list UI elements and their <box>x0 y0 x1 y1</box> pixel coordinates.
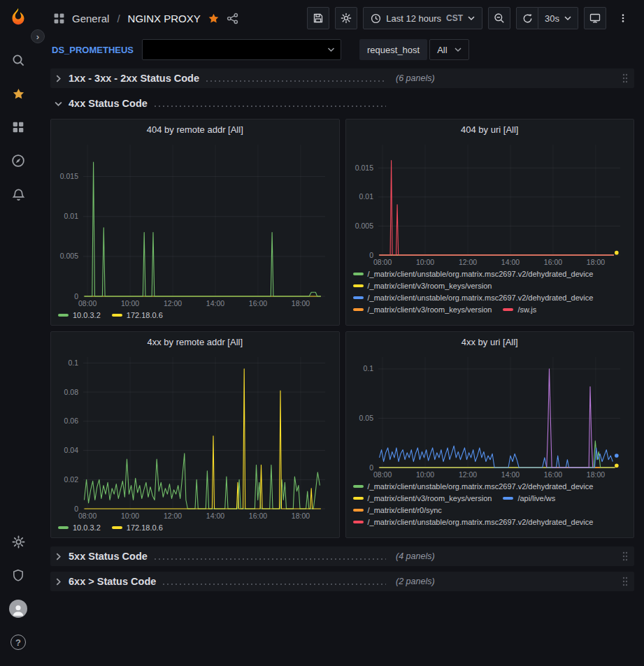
kebab-menu-icon <box>618 13 628 24</box>
zoom-out-time-button[interactable] <box>488 7 510 29</box>
kiosk-mode-button[interactable] <box>584 7 606 29</box>
refresh-button[interactable] <box>516 7 538 29</box>
variable-value-datasource[interactable] <box>142 39 341 60</box>
legend-item[interactable]: /_matrix/client/unstable/org.matrix.msc2… <box>353 294 594 302</box>
panel-title[interactable]: 404 by uri [All] <box>346 120 634 139</box>
refresh-icon <box>522 13 533 24</box>
svg-text:14:00: 14:00 <box>501 258 519 266</box>
legend-series-label: /_matrix/client/unstable/org.matrix.msc2… <box>368 518 594 526</box>
panels-grid: 404 by remote addr [All] 08:0010:0012:00… <box>50 119 634 538</box>
legend-series-label: /api/live/ws <box>517 494 555 502</box>
chevron-down-icon <box>327 47 335 52</box>
main-area: General / NGINX PROXY <box>36 0 644 666</box>
share-icon[interactable] <box>227 13 238 24</box>
svg-text:14:00: 14:00 <box>206 512 224 520</box>
panel-chart[interactable]: 08:0010:0012:0014:0016:0018:0000.050.1 <box>349 352 630 480</box>
legend-series-marker <box>503 497 513 500</box>
dashboard-row-1xx-3xx-2xx[interactable]: 1xx - 3xx - 2xx Status Code (6 panels) <box>50 68 634 88</box>
panel-chart[interactable]: 08:0010:0012:0014:0016:0018:0000.020.040… <box>54 352 335 521</box>
sidebar-item-starred[interactable] <box>3 78 34 110</box>
panel-title[interactable]: 4xx by remote addr [All] <box>51 332 339 352</box>
svg-text:0.06: 0.06 <box>64 417 79 425</box>
legend-item[interactable]: /_matrix/client/unstable/org.matrix.msc2… <box>353 482 594 491</box>
legend-item[interactable]: 172.18.0.6 <box>112 523 163 532</box>
svg-text:0: 0 <box>369 463 373 472</box>
svg-text:08:00: 08:00 <box>78 512 96 520</box>
panel-title[interactable]: 4xx by uri [All] <box>346 332 634 352</box>
panel-legend: 10.0.3.2172.18.0.6 <box>51 521 339 537</box>
dashboard-row-4xx[interactable]: 4xx Status Code <box>50 94 634 113</box>
svg-text:0.1: 0.1 <box>363 364 373 372</box>
panel-legend: /_matrix/client/unstable/org.matrix.msc2… <box>346 268 634 325</box>
time-range-picker[interactable]: Last 12 hours CST <box>363 7 482 29</box>
sidebar-item-configuration[interactable] <box>3 526 34 558</box>
legend-series-label: /_matrix/client/v3/room_keys/version <box>368 494 492 502</box>
svg-text:08:00: 08:00 <box>373 470 391 479</box>
grafana-logo[interactable] <box>6 6 31 31</box>
row-drag-handle[interactable] <box>622 550 629 563</box>
panel-legend: 10.0.3.2172.18.0.6 <box>51 309 339 325</box>
panel-4xx-by-remote-addr: 4xx by remote addr [All] 08:0010:0012:00… <box>50 331 340 538</box>
svg-text:10:00: 10:00 <box>121 512 139 520</box>
dashboard-settings-button[interactable] <box>335 7 357 29</box>
zoom-out-icon <box>494 13 505 24</box>
header-actions: Last 12 hours CST 30s <box>307 7 634 29</box>
dashboard-canvas: 1xx - 3xx - 2xx Status Code (6 panels) 4… <box>36 63 644 666</box>
row-drag-handle[interactable] <box>622 575 629 588</box>
dashboard-row-6xx[interactable]: 6xx > Status Code (2 panels) <box>50 572 634 591</box>
star-icon <box>12 87 25 101</box>
svg-text:10:00: 10:00 <box>415 258 434 266</box>
search-icon <box>11 53 25 67</box>
variable-value-request-host[interactable]: All <box>429 39 468 60</box>
svg-text:0.05: 0.05 <box>359 414 373 422</box>
legend-item[interactable]: /_matrix/client/unstable/org.matrix.msc2… <box>353 518 594 526</box>
panel-404-by-uri: 404 by uri [All] 08:0010:0012:0014:0016:… <box>345 119 635 326</box>
sidebar-item-alerting[interactable] <box>3 178 34 210</box>
dashboard-row-5xx[interactable]: 5xx Status Code (4 panels) <box>50 546 634 566</box>
panel-404-by-remote-addr: 404 by remote addr [All] 08:0010:0012:00… <box>50 119 340 326</box>
refresh-interval-dropdown[interactable]: 30s <box>538 7 578 29</box>
legend-item[interactable]: /api/live/ws <box>503 494 555 502</box>
panel-chart[interactable]: 08:0010:0012:0014:0016:0018:0000.0050.01… <box>349 139 630 268</box>
sidebar-item-server-admin[interactable] <box>3 559 34 591</box>
sidebar-item-search[interactable] <box>3 44 34 76</box>
sidebar-item-help[interactable]: ? <box>3 626 34 658</box>
row-drag-handle[interactable] <box>622 72 629 85</box>
breadcrumb-section[interactable]: General <box>72 13 109 24</box>
panel-title[interactable]: 404 by remote addr [All] <box>51 120 339 139</box>
sidebar-expand-toggle[interactable]: › <box>31 29 45 43</box>
sidebar-item-profile[interactable] <box>3 593 34 625</box>
chevron-down-icon <box>564 15 571 21</box>
save-dashboard-button[interactable] <box>307 7 329 29</box>
more-options-button[interactable] <box>612 7 634 29</box>
legend-series-marker <box>353 273 364 275</box>
legend-item[interactable]: /_matrix/client/v3/room_keys/version <box>353 282 492 290</box>
legend-item[interactable]: 10.0.3.2 <box>58 311 101 319</box>
legend-series-label: /_matrix/client/v3/room_keys/version <box>368 305 492 314</box>
gear-icon <box>341 13 352 24</box>
apps-grid-icon <box>53 13 65 24</box>
legend-item[interactable]: /_matrix/client/r0/sync <box>353 506 442 514</box>
legend-series-marker <box>353 308 364 311</box>
svg-text:0.005: 0.005 <box>60 252 78 260</box>
row-title: 5xx Status Code <box>69 551 148 562</box>
legend-series-marker <box>58 314 69 317</box>
gear-icon <box>12 535 25 549</box>
legend-item[interactable]: 172.18.0.6 <box>112 311 163 319</box>
legend-item[interactable]: /sw.js <box>503 305 536 314</box>
favorite-star-icon[interactable] <box>208 13 220 24</box>
legend-item[interactable]: /_matrix/client/v3/room_keys/version <box>353 494 492 502</box>
sidebar-item-dashboards[interactable] <box>3 111 34 143</box>
breadcrumb-title[interactable]: NGINX PROXY <box>128 13 201 24</box>
legend-item[interactable]: /_matrix/client/unstable/org.matrix.msc2… <box>353 270 594 278</box>
svg-text:18:00: 18:00 <box>586 258 604 266</box>
variable-request-host: request_host All <box>359 39 469 60</box>
sidebar-item-explore[interactable] <box>3 145 34 177</box>
chevron-right-icon <box>55 578 64 586</box>
legend-item[interactable]: /_matrix/client/v3/room_keys/version <box>353 305 492 314</box>
panel-chart[interactable]: 08:0010:0012:0014:0016:0018:0000.0050.01… <box>54 139 335 309</box>
legend-series-marker <box>503 308 513 311</box>
legend-item[interactable]: 10.0.3.2 <box>58 523 101 532</box>
legend-series-marker <box>353 284 364 287</box>
svg-text:10:00: 10:00 <box>415 470 434 479</box>
